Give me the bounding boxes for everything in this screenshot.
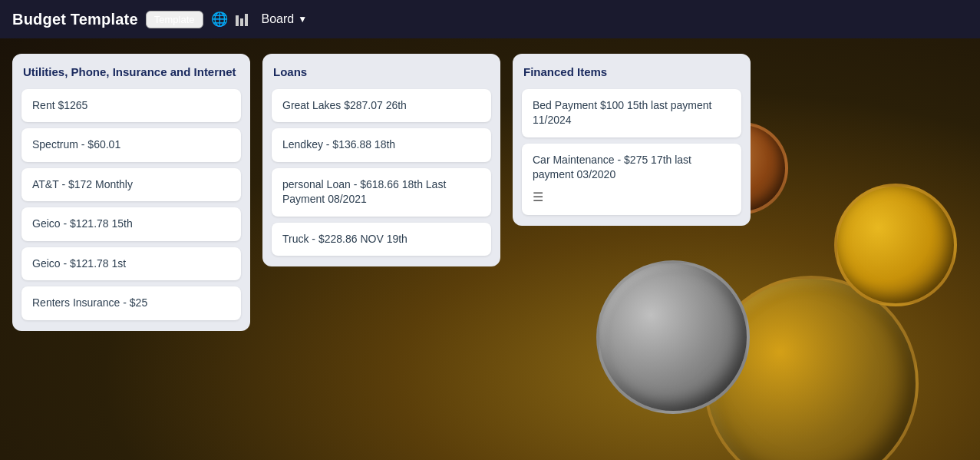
- chart-icon[interactable]: [236, 12, 251, 26]
- card-text: Bed Payment $100 15th last payment 11/20…: [533, 99, 711, 127]
- template-badge[interactable]: Template: [146, 11, 203, 28]
- list-item[interactable]: Spectrum - $60.01: [21, 128, 241, 162]
- card-text: personal Loan - $618.66 18th Last Paymen…: [282, 178, 446, 206]
- list-item[interactable]: Renters Insurance - $25: [21, 286, 241, 320]
- svg-rect-1: [240, 18, 243, 26]
- list-item[interactable]: Truck - $228.86 NOV 19th: [272, 223, 491, 256]
- page-title: Budget Template: [12, 11, 138, 28]
- column-title-financed: Financed Items: [522, 65, 741, 80]
- globe-icon[interactable]: 🌐: [211, 11, 228, 28]
- column-financed: Financed ItemsBed Payment $100 15th last…: [513, 54, 751, 226]
- card-text: Rent $1265: [32, 99, 87, 111]
- list-item[interactable]: Car Maintenance - $275 17th last payment…: [522, 144, 741, 216]
- list-item[interactable]: personal Loan - $618.66 18th Last Paymen…: [272, 168, 491, 217]
- list-item[interactable]: AT&T - $172 Monthly: [21, 168, 241, 202]
- card-text: AT&T - $172 Monthly: [32, 178, 133, 190]
- column-title-loans: Loans: [272, 65, 491, 80]
- card-text: Lendkey - $136.88 18th: [282, 138, 395, 151]
- card-text: Spectrum - $60.01: [32, 138, 120, 151]
- list-item[interactable]: Bed Payment $100 15th last payment 11/20…: [522, 89, 741, 137]
- card-text: Geico - $121.78 15th: [32, 217, 133, 230]
- card-text: Renters Insurance - $25: [32, 296, 147, 309]
- chevron-down-icon: ▼: [298, 14, 307, 25]
- board-label: Board: [262, 12, 295, 26]
- column-utilities: Utilities, Phone, Insurance and Internet…: [12, 54, 250, 331]
- list-item[interactable]: Geico - $121.78 1st: [21, 247, 241, 281]
- list-item[interactable]: Rent $1265: [21, 89, 241, 123]
- menu-icon[interactable]: ☰: [533, 189, 731, 206]
- board-content: Utilities, Phone, Insurance and Internet…: [0, 38, 980, 460]
- list-item[interactable]: Lendkey - $136.88 18th: [272, 128, 491, 162]
- card-text: Geico - $121.78 1st: [32, 257, 126, 270]
- card-text: Car Maintenance - $275 17th last payment…: [533, 154, 691, 181]
- board-menu[interactable]: Board ▼: [262, 12, 308, 26]
- card-text: Truck - $228.86 NOV 19th: [282, 233, 408, 245]
- svg-rect-2: [245, 14, 248, 26]
- card-text: Great Lakes $287.07 26th: [282, 99, 407, 111]
- app-header: Budget Template Template 🌐 Board ▼: [0, 0, 980, 38]
- column-title-utilities: Utilities, Phone, Insurance and Internet: [21, 65, 241, 80]
- svg-rect-0: [236, 15, 239, 26]
- list-item[interactable]: Great Lakes $287.07 26th: [272, 89, 491, 123]
- column-loans: LoansGreat Lakes $287.07 26thLendkey - $…: [262, 54, 500, 266]
- list-item[interactable]: Geico - $121.78 15th: [21, 207, 241, 241]
